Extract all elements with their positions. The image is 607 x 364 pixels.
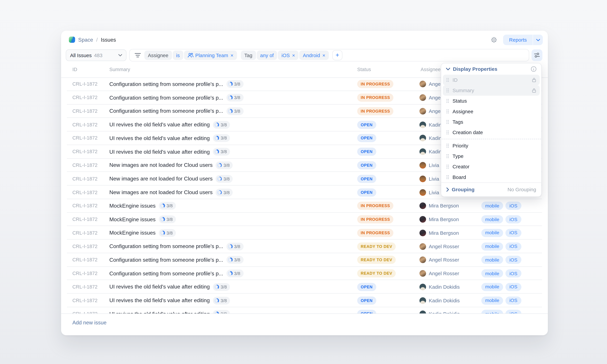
table-row[interactable]: CRL-I-1872 UI revives the old field's va…: [61, 307, 548, 313]
drag-handle-icon[interactable]: [446, 174, 449, 181]
tag-pill[interactable]: mobile: [481, 310, 503, 313]
remove-filter-icon[interactable]: ×: [292, 52, 295, 58]
panel-header: Space / Issues: [61, 31, 548, 49]
avatar: [420, 284, 426, 290]
subtask-progress: 3/8: [213, 283, 230, 291]
add-filter-button[interactable]: +: [332, 50, 343, 60]
filter-operator-chip[interactable]: is: [173, 51, 183, 60]
tag-pill[interactable]: mobile: [481, 202, 503, 210]
info-icon[interactable]: [531, 66, 537, 72]
display-property-label: Creator: [453, 164, 469, 170]
reports-button[interactable]: Reports: [503, 35, 533, 45]
tag-pill[interactable]: iOS: [505, 283, 521, 291]
table-row[interactable]: CRL-I-1872 UI revives the old field's va…: [61, 294, 548, 307]
tag-pill[interactable]: mobile: [481, 269, 503, 277]
display-property-creation-date[interactable]: Creation date: [441, 127, 541, 138]
display-property-priority[interactable]: Priority: [441, 140, 541, 151]
avatar: [420, 148, 426, 155]
issue-summary: MockEngine issues 3/8: [109, 216, 176, 223]
drag-handle-icon[interactable]: [446, 87, 449, 94]
status-badge: OPEN: [357, 283, 376, 291]
issue-summary: UI revives the old field's value after e…: [109, 310, 230, 313]
assignee-cell[interactable]: Kadin Dokidis: [420, 284, 460, 290]
avatar: [420, 94, 426, 101]
assignee-cell[interactable]: Livia: [420, 162, 439, 169]
table-row[interactable]: CRL-I-1872 Configuration setting from so…: [61, 267, 548, 280]
tag-pill[interactable]: mobile: [481, 242, 503, 250]
display-property-status[interactable]: Status: [441, 96, 541, 106]
assignee-cell[interactable]: Kadin Dokidis: [420, 297, 460, 304]
tag-pill[interactable]: iOS: [505, 242, 521, 250]
display-property-assignee[interactable]: Assignee: [441, 106, 541, 117]
drag-handle-icon[interactable]: [446, 108, 449, 115]
column-header-summary: Summary: [109, 67, 130, 72]
settings-gear-button[interactable]: [489, 35, 499, 44]
status-badge: OPEN: [357, 188, 376, 196]
filter-value-chip[interactable]: iOS×: [278, 51, 299, 60]
tag-pill[interactable]: iOS: [505, 256, 521, 264]
assignee-cell[interactable]: Mira Bergson: [420, 203, 459, 209]
grouping-row[interactable]: Grouping No Grouping: [441, 182, 541, 196]
chevron-down-icon[interactable]: [446, 68, 450, 70]
issue-summary-text: UI revives the old field's value after e…: [109, 298, 210, 303]
assignee-cell[interactable]: Angel Rosser: [420, 257, 459, 263]
filter-value-chip[interactable]: Android×: [300, 51, 329, 60]
tag-pill[interactable]: mobile: [481, 283, 503, 291]
filter-value-chip[interactable]: Planning Team×: [184, 51, 237, 60]
filter-operator-chip[interactable]: any of: [257, 51, 277, 60]
tag-pill[interactable]: mobile: [481, 215, 503, 223]
progress-count: 3/8: [224, 190, 230, 195]
remove-filter-icon[interactable]: ×: [230, 52, 234, 58]
assignee-cell[interactable]: Livia: [420, 189, 439, 196]
drag-handle-icon[interactable]: [446, 153, 449, 160]
table-row[interactable]: CRL-I-1872 MockEngine issues 3/8 IN PROG…: [61, 226, 548, 240]
tag-pill[interactable]: iOS: [505, 229, 521, 237]
assignee-cell[interactable]: Angel Rosser: [420, 243, 459, 250]
assignee-cell[interactable]: Angel Rosser: [420, 270, 459, 277]
table-row[interactable]: CRL-I-1872 MockEngine issues 3/8 IN PROG…: [61, 213, 548, 226]
drag-handle-icon[interactable]: [446, 163, 449, 170]
tag-pill[interactable]: mobile: [481, 229, 503, 237]
drag-handle-icon[interactable]: [446, 129, 449, 136]
gear-icon: [491, 37, 497, 43]
avatar: [420, 311, 426, 313]
tag-pill[interactable]: iOS: [505, 202, 521, 210]
add-new-issue-link[interactable]: Add new issue: [72, 320, 106, 325]
assignee-cell[interactable]: Kadin Dokidis: [420, 311, 460, 313]
filter-input[interactable]: Assigneeis Planning Team×Tagany ofiOS×An…: [129, 49, 529, 62]
tag-pill[interactable]: iOS: [505, 310, 521, 313]
tag-pill[interactable]: iOS: [505, 215, 521, 223]
issue-summary-text: Configuration setting from someone profi…: [109, 108, 223, 114]
tag-pill[interactable]: iOS: [505, 269, 521, 277]
tag-pill[interactable]: mobile: [481, 296, 503, 304]
issue-id: CRL-I-1872: [72, 135, 97, 141]
table-row[interactable]: CRL-I-1872 Configuration setting from so…: [61, 253, 548, 267]
display-property-creator[interactable]: Creator: [441, 161, 541, 172]
drag-handle-icon[interactable]: [446, 97, 449, 104]
drag-handle-icon[interactable]: [446, 118, 449, 126]
view-options-button[interactable]: [531, 49, 542, 61]
issue-id: CRL-I-1872: [72, 298, 97, 303]
reports-dropdown-button[interactable]: [533, 35, 543, 45]
table-row[interactable]: CRL-I-1872 MockEngine issues 3/8 IN PROG…: [61, 199, 548, 212]
remove-filter-icon[interactable]: ×: [322, 52, 325, 58]
drag-handle-icon[interactable]: [446, 142, 449, 149]
assignee-cell[interactable]: Mira Bergson: [420, 230, 459, 236]
filter-field-chip[interactable]: Assignee: [144, 51, 172, 60]
tag-pill[interactable]: iOS: [505, 296, 521, 304]
display-property-board[interactable]: Board: [441, 172, 541, 182]
table-row[interactable]: CRL-I-1872 UI revives the old field's va…: [61, 280, 548, 294]
tag-pill[interactable]: mobile: [481, 256, 503, 264]
filter-field-chip[interactable]: Tag: [241, 51, 256, 60]
display-property-type[interactable]: Type: [441, 151, 541, 161]
view-select[interactable]: All Issues 483: [66, 49, 126, 61]
table-row[interactable]: CRL-I-1872 Configuration setting from so…: [61, 240, 548, 253]
assignee-cell[interactable]: Mira Bergson: [420, 216, 459, 223]
issue-summary-text: MockEngine issues: [109, 230, 156, 236]
drag-handle-icon[interactable]: [446, 76, 449, 83]
issue-summary-text: New images are not loaded for Cloud user…: [109, 162, 212, 168]
filter-bar: All Issues 483 Assigneeis Planning Team×…: [66, 49, 542, 62]
assignee-cell[interactable]: Livia: [420, 175, 439, 182]
breadcrumb-space[interactable]: Space: [78, 37, 93, 43]
display-property-tags[interactable]: Tags: [441, 117, 541, 127]
